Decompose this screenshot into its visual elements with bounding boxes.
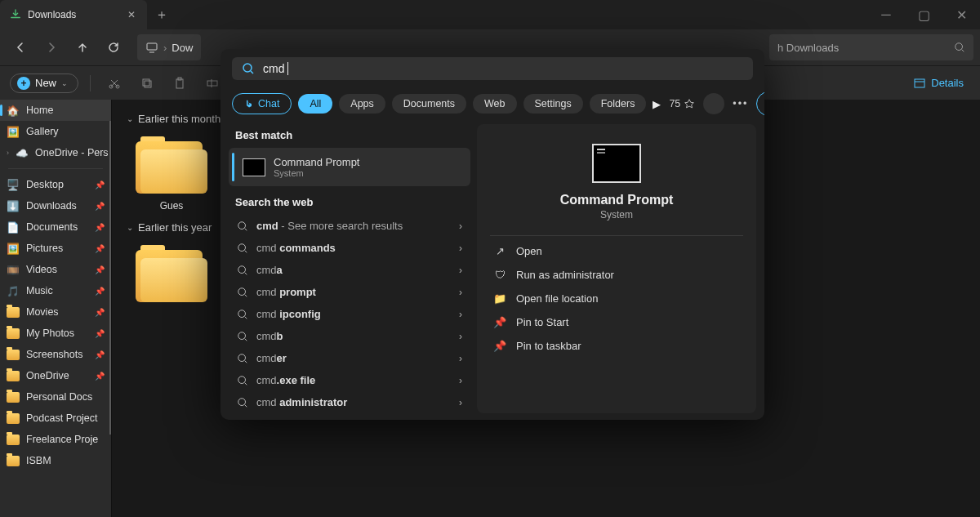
explorer-tab[interactable]: Downloads ✕ — [0, 0, 147, 29]
web-result[interactable]: cmd administrator› — [229, 391, 470, 413]
nav-personaldocs[interactable]: Personal Docs — [0, 386, 111, 408]
svg-point-13 — [238, 265, 246, 273]
nav-downloads[interactable]: ⬇️Downloads📌 — [0, 195, 111, 216]
up-button[interactable] — [69, 34, 96, 60]
maximize-button[interactable]: ▢ — [905, 0, 942, 29]
web-result[interactable]: cmd prompt› — [229, 281, 470, 303]
nav-screenshots[interactable]: Screenshots📌 — [0, 344, 111, 365]
pin-icon: 📌 — [95, 181, 105, 189]
chevron-right-icon[interactable]: › — [459, 309, 462, 320]
paste-button[interactable] — [167, 71, 192, 96]
search-input-row[interactable]: cmd — [232, 57, 753, 80]
folder-icon — [136, 135, 207, 194]
chevron-right-icon[interactable]: › — [459, 331, 462, 342]
nav-onedrive-folder[interactable]: OneDrive📌 — [0, 365, 111, 386]
nav-onedrive[interactable]: ›☁️OneDrive - Pers — [0, 142, 111, 163]
copy-button[interactable] — [135, 71, 159, 96]
web-result[interactable]: cmd - See more search results› — [229, 215, 470, 237]
settings-filter[interactable]: Settings — [523, 94, 583, 114]
svg-point-17 — [238, 354, 246, 361]
web-result[interactable]: cmd.exe file› — [229, 369, 470, 391]
window-controls: ─ ▢ ✕ — [867, 0, 980, 29]
svg-point-10 — [243, 64, 252, 72]
nav-documents[interactable]: 📄Documents📌 — [0, 216, 111, 238]
action-open[interactable]: ↗Open — [490, 239, 743, 263]
tab-title: Downloads — [28, 9, 76, 20]
nav-movies[interactable]: Movies📌 — [0, 301, 111, 323]
forward-button[interactable] — [38, 34, 65, 60]
breadcrumb[interactable]: › Dow — [137, 34, 201, 60]
pill-label: Documents — [403, 98, 455, 109]
refresh-button[interactable] — [100, 34, 127, 60]
web-result[interactable]: cmda› — [229, 259, 470, 281]
result-text: cmd - See more search results — [256, 220, 403, 232]
results-left-column: Best match Command Prompt System Search … — [229, 124, 470, 413]
selection-indicator — [232, 153, 234, 181]
details-button[interactable]: Details — [906, 74, 970, 93]
chat-filter[interactable]: Chat — [232, 93, 292, 114]
web-result[interactable]: cmd ipconfig› — [229, 303, 470, 325]
close-window-button[interactable]: ✕ — [942, 0, 980, 29]
best-match-label: Best match — [229, 124, 470, 148]
web-result[interactable]: cmdb› — [229, 325, 470, 347]
explorer-search[interactable]: h Downloads — [769, 34, 973, 60]
search-icon — [237, 221, 248, 232]
folder-item[interactable]: Gues — [127, 135, 216, 212]
profile-button[interactable] — [703, 93, 724, 114]
all-filter[interactable]: All — [298, 94, 332, 114]
chevron-right-icon[interactable]: › — [459, 287, 462, 298]
nav-myphotos[interactable]: My Photos📌 — [0, 323, 111, 344]
close-tab-button[interactable]: ✕ — [126, 9, 137, 20]
web-result[interactable]: cmd commands› — [229, 237, 470, 259]
details-icon — [913, 77, 926, 90]
search-icon — [237, 375, 248, 386]
nav-home[interactable]: 🏠Home — [0, 100, 111, 121]
pictures-icon: 🖼️ — [7, 242, 20, 255]
documents-filter[interactable]: Documents — [392, 94, 466, 114]
web-filter[interactable]: Web — [473, 94, 516, 114]
nav-music[interactable]: 🎵Music📌 — [0, 280, 111, 301]
search-icon — [237, 243, 248, 254]
new-button[interactable]: + New ⌄ — [10, 74, 78, 93]
separator — [90, 75, 91, 91]
nav-gallery[interactable]: 🖼️Gallery — [0, 121, 111, 142]
search-icon — [954, 42, 965, 53]
svg-point-18 — [238, 376, 246, 383]
action-pin-start[interactable]: 📌Pin to Start — [490, 310, 743, 334]
bing-chat-button[interactable] — [756, 91, 764, 116]
action-pin-taskbar[interactable]: 📌Pin to taskbar — [490, 334, 743, 358]
folders-filter[interactable]: Folders — [590, 94, 647, 114]
play-icon[interactable]: ▶ — [653, 98, 661, 110]
nav-label: Home — [26, 105, 53, 116]
chevron-right-icon[interactable]: › — [459, 375, 462, 386]
action-location[interactable]: 📁Open file location — [490, 287, 743, 310]
folder-icon — [7, 433, 20, 446]
chevron-right-icon[interactable]: › — [459, 397, 462, 408]
action-admin[interactable]: 🛡Run as administrator — [490, 263, 743, 287]
new-tab-button[interactable]: ＋ — [147, 0, 176, 29]
chevron-right-icon[interactable]: › — [459, 353, 462, 364]
nav-podcast[interactable]: Podcast Project — [0, 408, 111, 429]
nav-isbm[interactable]: ISBM — [0, 450, 111, 471]
back-button[interactable] — [7, 34, 34, 60]
chevron-right-icon[interactable]: › — [459, 221, 462, 232]
apps-filter[interactable]: Apps — [339, 94, 385, 114]
result-text: cmd prompt — [256, 286, 316, 298]
rewards-points[interactable]: 75 — [669, 98, 695, 109]
minimize-button[interactable]: ─ — [867, 0, 905, 29]
chevron-right-icon[interactable]: › — [459, 265, 462, 276]
cut-button[interactable] — [102, 71, 127, 96]
nav-videos[interactable]: 🎞️Videos📌 — [0, 259, 111, 280]
nav-pictures[interactable]: 🖼️Pictures📌 — [0, 238, 111, 259]
folder-item[interactable] — [127, 243, 216, 302]
chevron-right-icon[interactable]: › — [7, 149, 9, 157]
web-result[interactable]: cmder› — [229, 347, 470, 369]
more-button[interactable]: ••• — [733, 98, 748, 109]
search-icon — [242, 62, 255, 75]
nav-label: Gallery — [26, 126, 59, 137]
best-match-result[interactable]: Command Prompt System — [229, 148, 470, 186]
chevron-right-icon[interactable]: › — [459, 243, 462, 254]
nav-freelance[interactable]: Freelance Proje — [0, 429, 111, 450]
nav-desktop[interactable]: 🖥️Desktop📌 — [0, 174, 111, 195]
pill-label: All — [310, 98, 321, 109]
